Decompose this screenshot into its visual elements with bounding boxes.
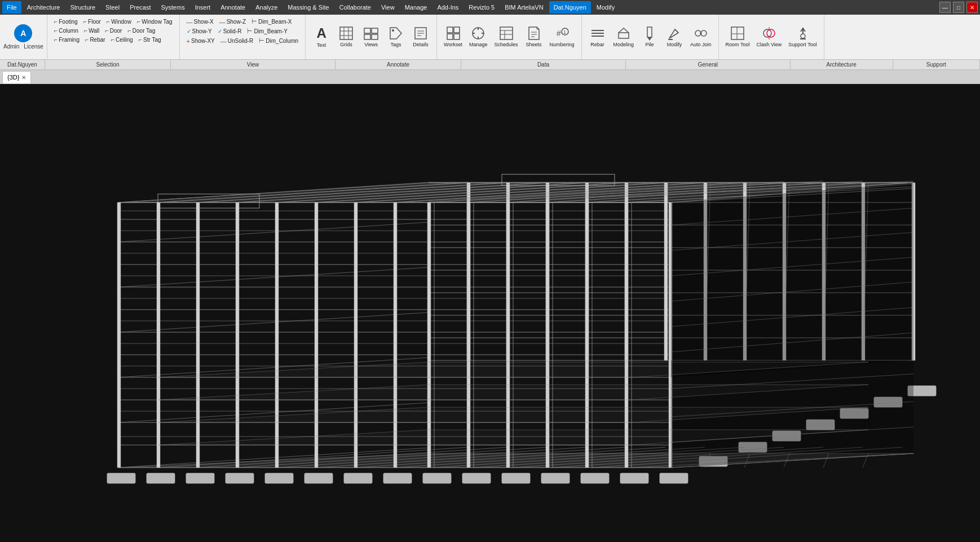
str-tag-btn[interactable]: ⌐ Str Tag	[136, 36, 164, 43]
dim-beam-y-icon: ⊢	[247, 28, 253, 35]
window-icon: ⌐	[107, 18, 110, 25]
pile-tool-btn[interactable]: Pile	[637, 24, 662, 50]
section-support: Support	[893, 60, 980, 69]
menu-datnguyen[interactable]: Dat.Nguyen	[549, 1, 591, 14]
manage-tool-btn[interactable]: Manage	[466, 24, 491, 50]
modeling-icon	[616, 26, 631, 41]
framing-btn[interactable]: ⌐ Framing	[52, 36, 82, 43]
building-3d-view[interactable]	[0, 84, 980, 542]
svg-text:#: #	[557, 29, 561, 38]
menu-steel[interactable]: Steel	[101, 1, 124, 14]
svg-rect-0	[340, 27, 352, 39]
admin-label[interactable]: Admin	[3, 43, 19, 50]
general-large-section: Rebar Modeling Pile	[582, 15, 719, 59]
svg-rect-16	[447, 34, 453, 39]
svg-rect-58	[265, 473, 293, 483]
window-tag-btn[interactable]: ⌐ Window Tag	[135, 17, 175, 25]
window-control-minimize[interactable]: —	[939, 2, 951, 13]
dim-beam-x-icon: ⊢	[251, 18, 257, 25]
solid-r-btn[interactable]: ✓ Solid-R	[215, 28, 244, 35]
modeling-tool-btn[interactable]: Modeling	[610, 24, 638, 50]
auto-join-tool-btn[interactable]: Auto Join	[687, 24, 715, 50]
show-x-btn[interactable]: — Show-X	[184, 18, 216, 26]
svg-rect-195	[585, 183, 589, 360]
menu-collaborate[interactable]: Collaborate	[335, 1, 376, 14]
text-tool-btn[interactable]: A Text	[309, 23, 334, 51]
menu-bim[interactable]: BIM ArteliaVN	[500, 1, 548, 14]
svg-rect-62	[423, 473, 451, 483]
menu-systems[interactable]: Systems	[156, 1, 189, 14]
numbering-tool-btn[interactable]: # 1 Numbering	[546, 24, 578, 50]
details-tool-btn[interactable]: Details	[408, 24, 433, 50]
menu-view[interactable]: View	[377, 1, 399, 14]
menu-insert[interactable]: Insert	[191, 1, 215, 14]
selection-section: ⌐ Footing ⌐ Floor ⌐ Window ⌐ Window Tag	[47, 15, 180, 59]
rebar-icon	[590, 26, 605, 41]
workset-tool-btn[interactable]: Workset	[440, 24, 466, 50]
modify-tool-btn[interactable]: Modify	[662, 24, 687, 50]
section-view: View	[171, 60, 336, 69]
clash-view-btn[interactable]: Clash View	[753, 24, 785, 50]
rebar-small-icon: ⌐	[85, 36, 89, 43]
svg-rect-65	[541, 473, 570, 483]
sheets-tool-btn[interactable]: Sheets	[522, 24, 546, 50]
menu-massing[interactable]: Massing & Site	[283, 1, 333, 14]
menu-modify[interactable]: Modify	[592, 1, 619, 14]
menu-annotate[interactable]: Annotate	[216, 1, 250, 14]
svg-rect-56	[186, 473, 214, 483]
window-btn[interactable]: ⌐ Window	[104, 17, 134, 25]
door-btn[interactable]: ⌐ Door	[103, 27, 124, 34]
svg-point-51	[801, 34, 805, 38]
window-control-close[interactable]: ✕	[966, 2, 978, 13]
viewport	[0, 84, 980, 542]
tab-bar: {3D} ✕	[0, 70, 980, 84]
svg-line-39	[675, 29, 678, 33]
show-z-btn[interactable]: — Show-Z	[217, 18, 248, 26]
menu-file[interactable]: File	[2, 1, 21, 14]
svg-rect-7	[364, 34, 370, 39]
svg-rect-17	[454, 34, 460, 39]
window-control-maximize[interactable]: □	[953, 2, 964, 13]
footing-btn[interactable]: ⌐ Footing	[52, 17, 80, 25]
menu-revizto[interactable]: Revizto 5	[464, 1, 499, 14]
svg-rect-184	[394, 202, 397, 468]
grids-tool-btn[interactable]: Grids	[334, 24, 359, 50]
menu-precast[interactable]: Precast	[125, 1, 155, 14]
column-icon: ⌐	[54, 27, 58, 34]
menu-bar: File Architecture Structure Steel Precas…	[0, 0, 980, 15]
menu-structure[interactable]: Structure	[65, 1, 100, 14]
menu-addins[interactable]: Add-Ins	[432, 1, 463, 14]
menu-analyze[interactable]: Analyze	[251, 1, 282, 14]
menu-manage[interactable]: Manage	[400, 1, 432, 14]
svg-rect-68	[660, 473, 688, 483]
show-y-btn[interactable]: ✓ Show-Y	[184, 28, 214, 35]
avatar[interactable]: A	[14, 24, 32, 42]
tab-3d[interactable]: {3D} ✕	[2, 71, 31, 83]
svg-rect-44	[731, 27, 744, 39]
tab-3d-close[interactable]: ✕	[21, 74, 26, 81]
dim-column-icon: ⊢	[259, 37, 264, 45]
show-xy-btn[interactable]: + Show-XY	[184, 37, 217, 45]
support-tool-btn[interactable]: Support Tool	[785, 24, 820, 50]
floor-btn[interactable]: ⌐ Floor	[81, 17, 103, 25]
tags-tool-btn[interactable]: Tags	[383, 24, 408, 50]
menu-architecture[interactable]: Architecture	[23, 1, 65, 14]
wall-btn[interactable]: ⌐ Wall	[82, 27, 102, 34]
schedules-tool-btn[interactable]: Schedules	[491, 24, 521, 50]
unsolid-r-btn[interactable]: — UnSolid-R	[218, 37, 256, 45]
section-annotate-label: Annotate	[336, 60, 461, 69]
room-tool-btn[interactable]: Room Tool	[722, 24, 753, 50]
svg-rect-183	[354, 202, 357, 468]
ceiling-icon: ⌐	[111, 36, 114, 43]
door-tag-btn[interactable]: ⌐ Door Tag	[125, 27, 157, 34]
dim-beam-y-btn[interactable]: ⊢ Dim_Beam-Y	[245, 27, 289, 36]
ceiling-btn[interactable]: ⌐ Ceiling	[109, 36, 135, 43]
license-label[interactable]: License	[24, 43, 43, 50]
svg-rect-196	[625, 183, 628, 360]
rebar-small-btn[interactable]: ⌐ Rebar	[83, 36, 108, 43]
dim-beam-x-btn[interactable]: ⊢ Dim_Beam-X	[249, 17, 294, 26]
column-btn[interactable]: ⌐ Column	[52, 27, 81, 34]
dim-column-btn[interactable]: ⊢ Dim_Column	[257, 37, 301, 45]
views-tool-btn[interactable]: Views	[359, 24, 383, 50]
rebar-tool-btn[interactable]: Rebar	[585, 24, 610, 50]
